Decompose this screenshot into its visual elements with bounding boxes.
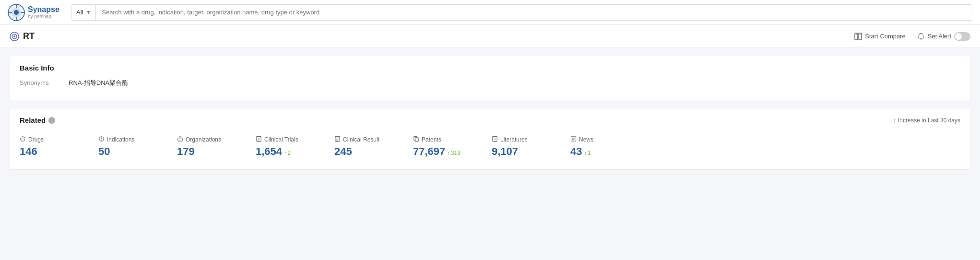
stat-label-literatures: Literatures bbox=[492, 136, 551, 143]
filter-dropdown[interactable]: All ▼ bbox=[71, 5, 96, 20]
chevron-down-icon: ▼ bbox=[86, 10, 91, 15]
result-icon bbox=[334, 136, 341, 143]
stat-number-drugs: 146 bbox=[20, 145, 37, 158]
stat-number-patents: 77,697 bbox=[413, 145, 445, 158]
logo-name: Synapse bbox=[28, 5, 59, 14]
stat-number-clinical-result: 245 bbox=[334, 145, 352, 158]
basic-info-card: Basic Info Synonyms RNA-指导DNA聚合酶 bbox=[10, 56, 970, 100]
target-icon bbox=[10, 32, 19, 41]
stat-label-organizations: Organizations bbox=[177, 136, 236, 143]
svg-point-17 bbox=[101, 140, 102, 140]
stat-item-clinical-trials[interactable]: Clinical Trials 1,654 ↑ 2 bbox=[256, 132, 323, 162]
page-title-area: RT bbox=[10, 31, 35, 41]
svg-rect-28 bbox=[415, 138, 419, 142]
synapse-logo-icon bbox=[8, 4, 25, 21]
svg-rect-10 bbox=[855, 33, 858, 40]
stat-label-text-drugs: Drugs bbox=[28, 136, 44, 143]
svg-rect-11 bbox=[859, 33, 862, 40]
stat-label-text-clinical-result: Clinical Result bbox=[343, 136, 379, 143]
logo-text: Synapse by patsnap bbox=[28, 5, 59, 19]
related-info-icon[interactable]: i bbox=[48, 117, 55, 124]
stat-label-clinical-result: Clinical Result bbox=[334, 136, 394, 143]
indication-icon bbox=[98, 136, 105, 143]
org-icon bbox=[177, 136, 183, 143]
logo-area: Synapse by patsnap bbox=[8, 4, 65, 21]
compare-label: Start Compare bbox=[865, 33, 906, 40]
stat-value-row-news: 43 ↑ 1 bbox=[570, 145, 630, 158]
trial-icon bbox=[256, 136, 262, 143]
increase-arrow-icon: ↑ bbox=[893, 117, 896, 124]
svg-point-2 bbox=[14, 10, 19, 15]
stat-number-news: 43 bbox=[570, 145, 582, 158]
increase-notice: ↑ Increase in Last 30 days bbox=[893, 117, 960, 124]
stat-value-row-indications: 50 bbox=[98, 145, 158, 158]
stat-value-row-drugs: 146 bbox=[20, 145, 79, 158]
up-arrow-icon: ↑ bbox=[584, 150, 587, 156]
svg-point-9 bbox=[13, 35, 15, 37]
stat-label-drugs: Drugs bbox=[20, 136, 79, 143]
stat-label-text-organizations: Organizations bbox=[186, 136, 221, 143]
search-filter-bar: All ▼ bbox=[71, 4, 972, 21]
synonyms-value: RNA-指导DNA聚合酶 bbox=[69, 79, 128, 87]
stat-value-row-clinical-trials: 1,654 ↑ 2 bbox=[256, 145, 315, 158]
synonyms-row: Synonyms RNA-指导DNA聚合酶 bbox=[20, 79, 960, 87]
stat-label-text-clinical-trials: Clinical Trials bbox=[264, 136, 298, 143]
stat-increase-news: ↑ 1 bbox=[584, 150, 590, 156]
stat-item-indications[interactable]: Indications 50 bbox=[98, 132, 165, 162]
patent-icon bbox=[413, 136, 419, 143]
stat-label-text-news: News bbox=[579, 136, 593, 143]
up-arrow-icon: ↑ bbox=[284, 150, 287, 156]
stat-item-drugs[interactable]: Drugs 146 bbox=[20, 132, 87, 162]
stat-label-text-indications: Indications bbox=[107, 136, 134, 143]
stat-label-indications: Indications bbox=[98, 136, 158, 143]
svg-rect-33 bbox=[571, 137, 576, 141]
stat-value-row-clinical-result: 245 bbox=[334, 145, 394, 158]
stat-number-indications: 50 bbox=[98, 145, 110, 158]
stat-item-organizations[interactable]: Organizations 179 bbox=[177, 132, 244, 162]
related-card: Related i ↑ Increase in Last 30 days Dru… bbox=[10, 108, 970, 170]
stat-increase-clinical-trials: ↑ 2 bbox=[284, 150, 291, 156]
header: Synapse by patsnap All ▼ bbox=[0, 0, 980, 25]
stat-label-text-patents: Patents bbox=[422, 136, 441, 143]
compare-icon bbox=[854, 33, 862, 40]
basic-info-title: Basic Info bbox=[20, 64, 960, 72]
filter-selected-value: All bbox=[76, 9, 83, 16]
drug-icon bbox=[20, 136, 26, 143]
stat-item-clinical-result[interactable]: Clinical Result 245 bbox=[334, 132, 401, 162]
related-title: Related bbox=[20, 116, 46, 124]
page-title: RT bbox=[23, 31, 35, 41]
stat-item-literatures[interactable]: Literatures 9,107 bbox=[492, 132, 559, 162]
related-header: Related i ↑ Increase in Last 30 days bbox=[20, 116, 960, 124]
stat-value-row-literatures: 9,107 bbox=[492, 145, 551, 158]
stat-item-patents[interactable]: Patents 77,697 ↑ 319 bbox=[413, 132, 480, 162]
stat-label-patents: Patents bbox=[413, 136, 472, 143]
svg-rect-18 bbox=[178, 138, 182, 142]
up-arrow-icon: ↑ bbox=[447, 150, 450, 156]
stat-value-row-organizations: 179 bbox=[177, 145, 236, 158]
related-title-area: Related i bbox=[20, 116, 55, 124]
stat-number-clinical-trials: 1,654 bbox=[256, 145, 282, 158]
synonyms-label: Synonyms bbox=[20, 79, 63, 86]
stat-label-clinical-trials: Clinical Trials bbox=[256, 136, 315, 143]
stat-item-news[interactable]: News 43 ↑ 1 bbox=[570, 132, 638, 162]
set-alert-button[interactable]: Set Alert bbox=[917, 32, 970, 41]
literature-icon bbox=[492, 136, 498, 143]
page-toolbar: RT Start Compare Set Alert bbox=[0, 25, 980, 48]
bell-icon bbox=[917, 33, 925, 40]
increase-label: Increase in Last 30 days bbox=[898, 117, 960, 124]
stat-value-row-patents: 77,697 ↑ 319 bbox=[413, 145, 472, 158]
alert-toggle[interactable] bbox=[954, 32, 970, 41]
alert-label: Set Alert bbox=[928, 33, 951, 40]
stat-label-text-literatures: Literatures bbox=[500, 136, 528, 143]
stat-number-organizations: 179 bbox=[177, 145, 195, 158]
stat-number-literatures: 9,107 bbox=[492, 145, 518, 158]
stats-grid: Drugs 146 Indications 50 Organizations 1… bbox=[20, 132, 960, 162]
start-compare-button[interactable]: Start Compare bbox=[850, 31, 909, 42]
main-content: Basic Info Synonyms RNA-指导DNA聚合酶 Related… bbox=[0, 48, 980, 260]
logo-subtext: by patsnap bbox=[28, 14, 59, 19]
stat-label-news: News bbox=[570, 136, 630, 143]
toolbar-actions: Start Compare Set Alert bbox=[850, 31, 970, 42]
stat-increase-patents: ↑ 319 bbox=[447, 150, 460, 156]
news-icon bbox=[570, 136, 577, 143]
search-input[interactable] bbox=[96, 9, 972, 16]
